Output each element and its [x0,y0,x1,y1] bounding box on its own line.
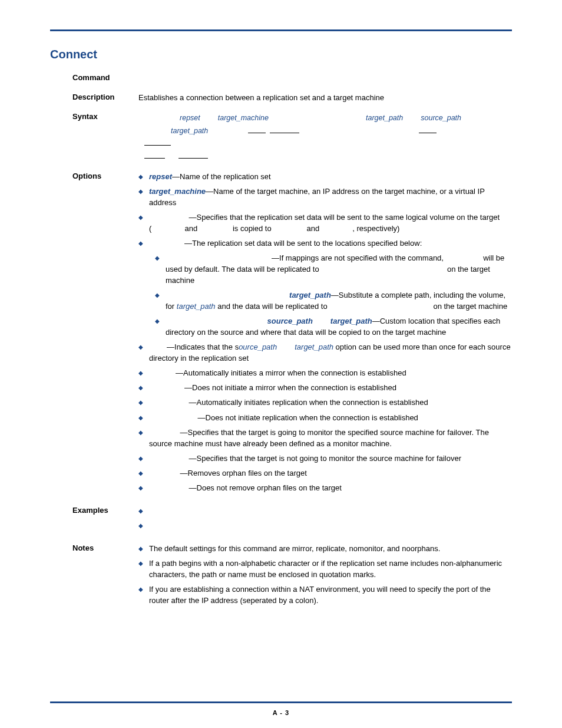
opt-ellipsis: ,...—Indicates that the source_path TO t… [138,342,512,364]
opt-mirror: MIRROR—Automatically initiates a mirror … [138,368,512,379]
row-examples: Examples connect DataFiles to Omega map … [50,506,512,535]
page-number: A - 3 [273,709,289,716]
top-rule [50,29,512,31]
syntax-line1: CONNECT repset TO target_machine MAP EXA… [144,112,512,125]
opt-target-machine: target_machine—Name of the target machin… [138,186,512,209]
page-footer: A - 3 [50,701,512,716]
row-command: Command CONNECT [50,73,512,84]
note-1: The default settings for this command ar… [138,543,512,555]
syntax-line2: | MAP target_path [,...] [|] [REPLICATE|… [144,125,512,151]
label-options: Options [50,172,138,180]
label-syntax: Syntax [50,112,138,121]
opt-repset: repset—Name of the replication set [138,172,512,183]
label-description: Description [50,93,138,101]
row-syntax: Syntax CONNECT repset TO target_machine … [50,112,512,163]
opt-noorphans: NOORPHANS—Does not remove orphan files o… [138,483,512,494]
options-content: repset—Name of the replication set targe… [138,172,512,498]
row-options: Options repset—Name of the replication s… [50,172,512,498]
opt-map-base: MAP BASE—The replication set data will b… [138,238,512,338]
opt-nomirror: NOMIRROR—Does not initiate a mirror when… [138,383,512,394]
opt-map-base-default: MAP BASE /source_volume/—If mappings are… [155,253,512,286]
example-2: connect "User Data" to Omega map base d:… [138,521,512,532]
row-description: Description Establishes a connection bet… [50,93,512,104]
label-command: Command [50,73,138,82]
opt-replicate: REPLICATE—Automatically initiates replic… [138,397,512,409]
document-page: Connect Command CONNECT Description Esta… [0,0,562,728]
value-description: Establishes a connection between a repli… [138,93,512,104]
row-notes: Notes The default settings for this comm… [50,543,512,610]
syntax-line3: ] [] [144,151,512,163]
opt-map-custom: MAP /source_volume/ TO source_path TO ta… [155,316,512,338]
note-2: If a path begins with a non-alphabetic c… [138,558,512,581]
notes-content: The default settings for this command ar… [138,543,512,610]
label-examples: Examples [50,506,138,515]
example-1: connect DataFiles to Omega map exact [138,506,512,517]
note-3: If you are establishing a connection wit… [138,584,512,607]
value-command: CONNECT [138,73,512,84]
opt-map-exact: MAP EXACT—Specifies that the replication… [138,212,512,235]
page-title: Connect [50,48,512,61]
opt-nomonitor: NOMONITOR—Specifies that the target is n… [138,453,512,465]
label-notes: Notes [50,543,138,552]
opt-noreplicate: NOREPLICATE—Does not initiate replicatio… [138,413,512,424]
opt-orphans: ORPHANS—Removes orphan files on the targ… [138,468,512,479]
opt-map-base-target: MAP BASE /source_volume/ TO target_path—… [155,290,512,312]
syntax-block: CONNECT repset TO target_machine MAP EXA… [138,112,512,163]
opt-monitor: MONITOR—Specifies that the target is goi… [138,427,512,450]
examples-content: connect DataFiles to Omega map exact con… [138,506,512,535]
